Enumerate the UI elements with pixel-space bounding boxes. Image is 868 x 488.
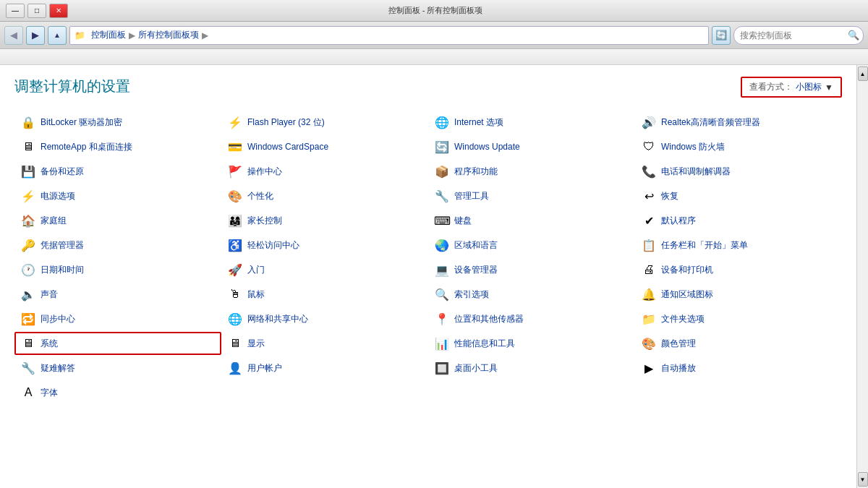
item-icon: 📍 (434, 311, 450, 327)
view-mode-label: 查看方式： (749, 81, 793, 93)
control-panel-item[interactable]: ⚡Flash Player (32 位) (221, 111, 428, 134)
item-icon: 🏠 (20, 213, 36, 228)
control-panel-item[interactable]: 🔁同步中心 (14, 307, 221, 330)
forward-button[interactable]: ▶ (26, 26, 45, 45)
item-icon: 🔲 (434, 360, 450, 376)
item-icon: 🔄 (434, 139, 450, 155)
control-panel-item[interactable]: 🔧管理工具 (428, 184, 635, 207)
item-label: 位置和其他传感器 (454, 313, 524, 325)
control-panel-item[interactable]: ▶自动播放 (635, 356, 842, 380)
item-label: 入门 (247, 264, 265, 276)
control-panel-item[interactable]: 🔔通知区域图标 (635, 283, 842, 306)
control-panel-item[interactable]: 👤用户帐户 (221, 356, 428, 380)
control-panel-item[interactable]: 📁文件夹选项 (635, 307, 842, 330)
item-label: 默认程序 (661, 215, 696, 227)
control-panel-item[interactable]: 📋任务栏和「开始」菜单 (635, 234, 842, 257)
control-panel-item[interactable]: 📊性能信息和工具 (428, 332, 635, 355)
maximize-button[interactable]: □ (27, 4, 46, 18)
item-icon: A (20, 385, 36, 401)
control-panel-item[interactable]: 🌐网络和共享中心 (221, 307, 428, 330)
view-mode-value: 小图标 (796, 81, 822, 93)
control-panel-item[interactable]: 🔒BitLocker 驱动器加密 (14, 111, 221, 134)
control-panel-item[interactable]: ↩恢复 (635, 184, 842, 207)
view-mode-arrow: ▼ (825, 82, 833, 93)
control-panel-item[interactable]: 📍位置和其他传感器 (428, 307, 635, 330)
address-bar: ◀ ▶ ▲ 📁 控制面板 ▶ 所有控制面板项 ▶ 🔄 🔍 (0, 22, 868, 49)
control-panel-item[interactable]: 🕐日期和时间 (14, 258, 221, 281)
item-icon: 👨‍👩‍👧 (227, 213, 243, 228)
control-panel-item[interactable]: 🔊Realtek高清晰音频管理器 (635, 111, 842, 134)
up-button[interactable]: ▲ (48, 26, 67, 45)
control-panel-item[interactable]: 👨‍👩‍👧家长控制 (221, 209, 428, 232)
control-panel-item[interactable]: 🚀入门 (221, 258, 428, 281)
item-label: 用户帐户 (247, 362, 282, 374)
control-panel-item[interactable]: 🌐Internet 选项 (428, 111, 635, 134)
control-panel-item[interactable]: 🔧疑难解答 (14, 356, 221, 380)
item-icon: 🖱 (227, 286, 243, 302)
breadcrumb-level2[interactable]: 所有控制面板项 (138, 29, 199, 41)
item-label: 电源选项 (41, 190, 75, 202)
control-panel-item[interactable]: 💾备份和还原 (14, 160, 221, 183)
item-label: Windows 防火墙 (661, 141, 725, 153)
control-panel-item[interactable]: 🔲桌面小工具 (428, 356, 635, 380)
control-panel-item[interactable]: 🚩操作中心 (221, 160, 428, 183)
control-panel-item[interactable]: 🖱鼠标 (221, 283, 428, 306)
control-panel-item[interactable]: 🌏区域和语言 (428, 234, 635, 257)
item-icon: 👤 (227, 360, 243, 376)
breadcrumb[interactable]: 📁 控制面板 ▶ 所有控制面板项 ▶ (69, 26, 709, 45)
control-panel-item[interactable]: 🏠家庭组 (14, 209, 221, 232)
item-label: 疑难解答 (41, 362, 75, 374)
control-panel-item[interactable]: 📞电话和调制解调器 (635, 160, 842, 183)
item-label: 索引选项 (454, 288, 489, 301)
breadcrumb-folder-icon: 📁 (75, 30, 85, 40)
item-label: 设备管理器 (454, 264, 498, 276)
item-label: Flash Player (32 位) (247, 116, 325, 129)
control-panel-item[interactable]: 🔄Windows Update (428, 135, 635, 158)
control-panel-item[interactable]: 🖥系统 (14, 332, 221, 355)
control-panel-item[interactable]: 💻设备管理器 (428, 258, 635, 281)
control-panel-item[interactable]: 🖥显示 (221, 332, 428, 355)
control-panel-item[interactable]: 🔈声音 (14, 283, 221, 306)
control-panel-item[interactable]: A字体 (14, 381, 221, 404)
control-panel-grid: 🔒BitLocker 驱动器加密⚡Flash Player (32 位)🌐Int… (14, 111, 842, 404)
item-label: 通知区域图标 (661, 288, 713, 301)
back-button[interactable]: ◀ (4, 26, 23, 45)
search-input[interactable] (733, 26, 864, 45)
control-panel-item[interactable]: 🛡Windows 防火墙 (635, 135, 842, 158)
item-icon: 🚩 (227, 163, 243, 179)
item-label: 电话和调制解调器 (661, 166, 731, 178)
view-mode-selector[interactable]: 查看方式： 小图标 ▼ (741, 77, 842, 98)
control-panel-item[interactable]: 🖥RemoteApp 和桌面连接 (14, 135, 221, 158)
control-panel-item[interactable]: 🎨个性化 (221, 184, 428, 207)
close-button[interactable]: ✕ (49, 4, 68, 18)
item-icon: 🌏 (434, 237, 450, 253)
scrollbar[interactable]: ▲ ▼ (856, 65, 868, 488)
item-icon: ✔ (641, 213, 657, 228)
item-icon: 📁 (641, 311, 657, 327)
page-title: 调整计算机的设置 (14, 77, 130, 96)
item-label: 颜色管理 (661, 338, 696, 350)
control-panel-item[interactable]: 🔑凭据管理器 (14, 234, 221, 257)
item-label: 鼠标 (247, 288, 265, 301)
item-label: 键盘 (454, 215, 472, 227)
control-panel-item[interactable]: 📦程序和功能 (428, 160, 635, 183)
control-panel-item[interactable]: ⌨键盘 (428, 209, 635, 232)
item-label: 日期和时间 (41, 264, 84, 276)
item-label: Windows Update (454, 142, 520, 152)
control-panel-item[interactable]: ♿轻松访问中心 (221, 234, 428, 257)
breadcrumb-level1[interactable]: 控制面板 (91, 29, 126, 41)
item-icon: 📋 (641, 237, 657, 253)
control-panel-item[interactable]: 🔍索引选项 (428, 283, 635, 306)
item-label: 操作中心 (247, 166, 282, 178)
item-icon: 🔒 (20, 114, 36, 130)
minimize-button[interactable]: — (6, 4, 25, 18)
search-icon[interactable]: 🔍 (848, 30, 859, 40)
control-panel-item[interactable]: 🖨设备和打印机 (635, 258, 842, 281)
item-icon: 📊 (434, 335, 450, 351)
item-label: 显示 (247, 338, 265, 350)
control-panel-item[interactable]: 🎨颜色管理 (635, 332, 842, 355)
control-panel-item[interactable]: 💳Windows CardSpace (221, 135, 428, 158)
control-panel-item[interactable]: ⚡电源选项 (14, 184, 221, 207)
control-panel-item[interactable]: ✔默认程序 (635, 209, 842, 232)
refresh-button[interactable]: 🔄 (712, 26, 731, 45)
